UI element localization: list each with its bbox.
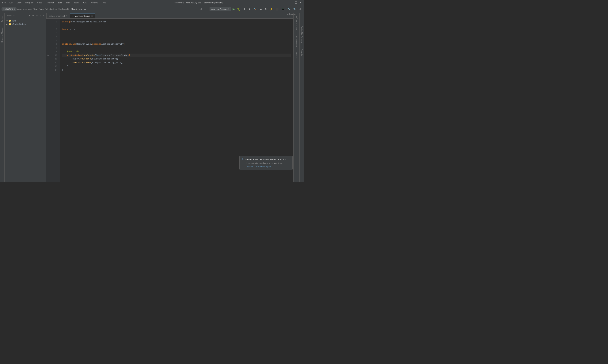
toast-title: Android Studio performance could be impr…	[245, 158, 286, 160]
run-button[interactable]: ▶	[232, 7, 236, 11]
toast-header: ℹ Android Studio performance could be im…	[242, 158, 290, 161]
device-selector[interactable]: app | No Devices ▾	[209, 7, 231, 11]
menu-help[interactable]: Help	[101, 1, 107, 4]
panel-sync-btn[interactable]: ↻	[31, 14, 35, 17]
editor-tabs: activity_main.xml ✕ J MainActivity.java …	[46, 13, 293, 19]
tab-label-main: MainActivity.java	[75, 15, 90, 17]
panel-settings-btn[interactable]: ⚙	[35, 14, 39, 17]
java-icon: J	[73, 15, 74, 17]
menu-file[interactable]: File	[1, 1, 6, 4]
panel-toolbar: Android ▾ + ↻ ⚙ ↕ ✕	[5, 13, 46, 18]
code-line-8	[62, 46, 291, 50]
title-bar-left: File Edit View Navigate Code Refactor Bu…	[1, 1, 107, 4]
file-tree: ▼ 📁 app ▶ 📁 Gradle Scripts	[5, 18, 46, 182]
tree-item-gradle-scripts[interactable]: ▶ 📁 Gradle Scripts	[5, 22, 46, 26]
breadcrumb-main[interactable]: main	[28, 8, 32, 10]
tab-close-main[interactable]: ✕	[91, 15, 93, 17]
toolbar-btn-4[interactable]: ⏹	[247, 7, 252, 11]
toolbar-btn-1[interactable]: ⚙	[199, 7, 204, 11]
code-line-1: package com.dingjiaxiong.helloworld;	[62, 20, 291, 24]
window-title: HelloWorld - MainActivity.java [HelloWor…	[107, 1, 290, 4]
breadcrumb-helloworld[interactable]: helloworld	[59, 8, 69, 10]
toolbar-btn-11[interactable]: 🔧	[286, 7, 291, 11]
code-line-6	[62, 39, 291, 42]
toast-actions: Actions Don't show again	[242, 166, 290, 168]
breadcrumb-java[interactable]: java	[34, 8, 38, 10]
toolbar-btn-3[interactable]: ⏸	[242, 7, 246, 11]
toolbar-btn-6[interactable]: ☁	[259, 7, 263, 11]
menu-navigate[interactable]: Navigate	[24, 1, 34, 4]
breadcrumb: app / src / main / java / com / dingjiax…	[17, 8, 86, 10]
left-sidebar: Project Resource Manager	[0, 13, 5, 182]
code-line-7: public class MainActivity extends AppCom…	[62, 42, 291, 46]
panel-close-btn[interactable]: ✕	[42, 14, 45, 17]
menu-vcs[interactable]: VCS	[82, 1, 88, 4]
panel-expand-btn[interactable]: ↕	[39, 14, 42, 17]
sidebar-tab-project[interactable]: Project	[0, 14, 4, 23]
menu-refactor[interactable]: Refactor	[45, 1, 55, 4]
project-selector[interactable]: HelloWorld ▾	[1, 7, 16, 11]
toolbar-btn-13[interactable]: ⚙	[298, 7, 302, 11]
toast-action-1[interactable]: Actions	[246, 166, 253, 168]
toolbar-btn-8[interactable]: ⚡	[269, 7, 274, 11]
tree-label-app: app	[12, 20, 16, 22]
tab-label-activity: activity_main.xml	[49, 15, 65, 17]
close-button[interactable]: ✕	[299, 1, 302, 5]
maximize-button[interactable]: ❐	[294, 1, 298, 5]
main-toolbar: HelloWorld ▾ app / src / main / java / c…	[0, 5, 304, 13]
far-right-sidebar: Device File Explorer Emulator	[299, 13, 304, 182]
code-line-10: protected void onCreate(Bundle savedInst…	[62, 53, 291, 57]
tab-activity-main[interactable]: activity_main.xml ✕	[46, 13, 70, 18]
line-numbers: 1 2 3 4 5 6 7 8 9 10 11 12 13 14	[50, 19, 60, 182]
sidebar-tab-gradle[interactable]: Gradle	[295, 50, 298, 59]
toolbar-btn-7[interactable]: ↻	[264, 7, 268, 11]
breadcrumb-dingjiaxiong[interactable]: dingjiaxiong	[46, 8, 57, 10]
menu-view[interactable]: View	[16, 1, 22, 4]
menu-code[interactable]: Code	[37, 1, 43, 4]
notification-toast: ℹ Android Studio performance could be im…	[239, 156, 293, 170]
code-line-3: import ...;	[62, 27, 291, 31]
info-icon: ℹ	[242, 158, 243, 161]
file-tree-panel: Android ▾ + ↻ ⚙ ↕ ✕ ▼ 📁 app ▶ 📁	[5, 13, 46, 182]
breadcrumb-app[interactable]: app	[17, 8, 21, 10]
toolbar-btn-2[interactable]: ↔	[204, 7, 209, 11]
code-line-2	[62, 24, 291, 28]
toolbar-btn-12[interactable]: 🔍	[292, 7, 297, 11]
menu-window[interactable]: Window	[90, 1, 99, 4]
panel-add-btn[interactable]: +	[28, 14, 31, 17]
toolbar-right: ⚙ ↔ app | No Devices ▾ ▶ 🐛 ⏸ ⏹ 🔨 ☁ ↻ ⚡ ⬛…	[199, 7, 302, 11]
code-line-13: }	[62, 65, 291, 68]
code-line-12: setContentView(R.layout.activity_main);	[62, 61, 291, 65]
tree-item-app[interactable]: ▼ 📁 app	[5, 19, 46, 22]
sidebar-tab-device-file-explorer[interactable]: Device File Explorer	[300, 24, 303, 44]
code-line-14: }	[62, 68, 291, 72]
gutter-left: ▶ ⌊	[46, 19, 50, 182]
toast-action-2[interactable]: Don't show again	[255, 166, 271, 168]
tab-close-activity[interactable]: ✕	[66, 15, 67, 17]
sidebar-tab-resource[interactable]: Resource Manager	[0, 25, 4, 44]
code-line-5	[62, 35, 291, 39]
toolbar-btn-9[interactable]: ⬛	[274, 7, 280, 11]
run-config-label: app	[211, 8, 215, 10]
code-line-9: @Override	[62, 50, 291, 53]
sidebar-tab-emulator[interactable]: Emulator	[300, 47, 303, 58]
breadcrumb-src[interactable]: src	[23, 8, 26, 10]
tree-label-gradle: Gradle Scripts	[12, 23, 26, 25]
tab-mainactivity[interactable]: J MainActivity.java ✕	[70, 13, 95, 18]
debug-button[interactable]: 🐛	[236, 7, 241, 11]
menu-bar: File Edit View Navigate Code Refactor Bu…	[1, 1, 107, 4]
breadcrumb-com[interactable]: com	[40, 8, 44, 10]
minimize-button[interactable]: ─	[290, 1, 293, 5]
sidebar-tab-notifications[interactable]: Notifications	[295, 34, 298, 49]
android-view-label: Android ▾	[5, 14, 16, 17]
breadcrumb-mainactivity[interactable]: MainActivity.java	[71, 8, 86, 10]
toolbar-btn-5[interactable]: 🔨	[253, 7, 258, 11]
menu-edit[interactable]: Edit	[9, 1, 14, 4]
menu-run[interactable]: Run	[65, 1, 71, 4]
menu-tools[interactable]: Tools	[73, 1, 79, 4]
toolbar-btn-10[interactable]: 📱	[280, 7, 285, 11]
sidebar-tab-device-manager[interactable]: Device Manager	[295, 14, 298, 33]
code-line-11: super.onCreate(savedInstanceState);	[62, 57, 291, 61]
menu-build[interactable]: Build	[57, 1, 63, 4]
title-bar: File Edit View Navigate Code Refactor Bu…	[0, 0, 304, 5]
